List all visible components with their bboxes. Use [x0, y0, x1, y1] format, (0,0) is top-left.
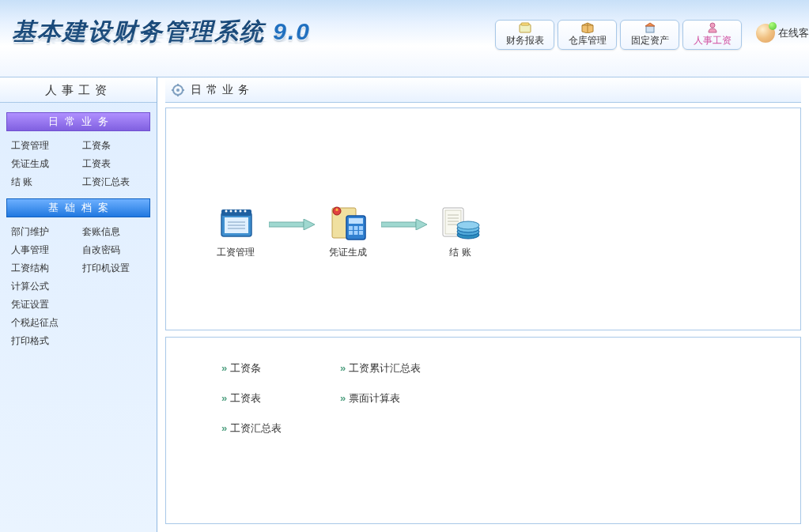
nav-financial-reports[interactable]: 财务报表 — [495, 20, 554, 50]
svg-marker-6 — [645, 23, 655, 26]
arrow-icon — [381, 219, 427, 230]
svg-rect-25 — [269, 222, 304, 227]
sidebar-item-voucher-set[interactable]: 凭证设置 — [11, 298, 79, 311]
sidebar-item-salary-mgmt[interactable]: 工资管理 — [11, 139, 79, 153]
svg-rect-31 — [349, 226, 353, 230]
wf-node-voucher[interactable]: 凭证生成 — [326, 203, 370, 259]
sidebar-item-dept[interactable]: 部门维护 — [11, 225, 79, 239]
svg-point-22 — [235, 210, 237, 213]
sidebar-title: 人事工资 — [0, 77, 157, 103]
workflow: 工资管理 — [214, 203, 482, 259]
main-header: 日常业务 — [165, 77, 801, 103]
wf-label: 工资管理 — [217, 246, 255, 259]
sidebar-item-salary-structure[interactable]: 工资结构 — [11, 262, 79, 275]
svg-rect-33 — [359, 226, 363, 230]
sidebar-item-payslip[interactable]: 工资条 — [82, 139, 150, 153]
report-salary-sheet[interactable]: 工资表 — [221, 391, 332, 406]
sidebar-item-account-info[interactable]: 套账信息 — [82, 225, 150, 239]
svg-rect-32 — [354, 226, 358, 230]
svg-rect-1 — [521, 23, 529, 25]
report-payslip[interactable]: 工资条 — [221, 361, 332, 375]
menu-grid-daily: 工资管理 工资条 凭证生成 工资表 结 账 工资汇总表 — [6, 139, 150, 189]
sidebar-item-summary[interactable]: 工资汇总表 — [82, 175, 150, 189]
report-icon — [519, 22, 531, 33]
online-service[interactable]: 在线客 — [756, 24, 809, 43]
report-summary[interactable]: 工资汇总表 — [221, 421, 332, 436]
svg-point-23 — [240, 210, 242, 213]
svg-rect-5 — [646, 26, 654, 32]
main-title: 日常业务 — [191, 83, 254, 97]
svg-point-20 — [225, 210, 228, 213]
online-label: 在线客 — [778, 26, 809, 40]
sidebar: 人事工资 日常业务 工资管理 工资条 凭证生成 工资表 结 账 工资汇总表 基础… — [0, 77, 157, 532]
workflow-panel: 工资管理 — [165, 108, 801, 330]
sidebar-item-formula[interactable]: 计算公式 — [11, 280, 79, 293]
svg-rect-34 — [349, 231, 353, 235]
sidebar-item-blank1 — [82, 280, 150, 293]
nav-label: 财务报表 — [506, 34, 544, 47]
svg-rect-37 — [381, 222, 416, 227]
ledger-icon — [438, 203, 482, 241]
sidebar-item-change-pw[interactable]: 自改密码 — [82, 243, 150, 257]
sidebar-item-voucher-gen[interactable]: 凭证生成 — [11, 157, 79, 171]
calculator-icon — [326, 203, 370, 241]
wf-node-settle[interactable]: 结 账 — [438, 203, 482, 259]
report-cumulative-summary[interactable]: 工资累计汇总表 — [340, 361, 467, 375]
svg-point-7 — [710, 23, 715, 28]
sidebar-item-hr-mgmt[interactable]: 人事管理 — [11, 243, 79, 257]
box-icon — [581, 22, 594, 33]
nav-label: 固定资产 — [631, 34, 669, 47]
app-root: 基本建设财务管理系统 9.0 基本建设财务管理系统 9.0 财务报表 仓库管理 — [0, 0, 809, 532]
app-body: 人事工资 日常业务 工资管理 工资条 凭证生成 工资表 结 账 工资汇总表 基础… — [0, 77, 809, 532]
nav-fixed-assets[interactable]: 固定资产 — [620, 20, 679, 50]
avatar-icon — [756, 24, 775, 43]
sidebar-section-basic: 基础档案 部门维护 套账信息 人事管理 自改密码 工资结构 打印机设置 计算公式… — [6, 198, 150, 348]
arrow-icon — [269, 219, 315, 230]
sidebar-item-blank4 — [82, 334, 150, 348]
reports-grid: 工资条 工资累计汇总表 工资表 票面计算表 工资汇总表 — [221, 361, 745, 436]
svg-marker-26 — [304, 219, 315, 230]
svg-point-21 — [230, 210, 232, 213]
nav-hr-salary[interactable]: 人事工资 — [682, 20, 742, 50]
svg-point-9 — [176, 89, 180, 92]
nav-warehouse[interactable]: 仓库管理 — [558, 20, 617, 50]
sidebar-section-daily: 日常业务 工资管理 工资条 凭证生成 工资表 结 账 工资汇总表 — [6, 112, 150, 189]
svg-marker-38 — [416, 219, 427, 230]
section-header-daily[interactable]: 日常业务 — [6, 112, 150, 131]
svg-rect-36 — [359, 231, 363, 235]
notebook-icon — [214, 203, 258, 241]
menu-grid-basic: 部门维护 套账信息 人事管理 自改密码 工资结构 打印机设置 计算公式 凭证设置… — [6, 225, 150, 348]
sidebar-item-blank3 — [82, 316, 150, 330]
section-header-basic[interactable]: 基础档案 — [6, 198, 150, 217]
report-denomination[interactable]: 票面计算表 — [340, 391, 467, 406]
wf-label: 结 账 — [449, 246, 471, 259]
gear-icon — [172, 84, 184, 96]
wf-node-salary[interactable]: 工资管理 — [214, 203, 258, 259]
nav-label: 人事工资 — [694, 34, 732, 47]
wf-label: 凭证生成 — [329, 246, 367, 259]
app-header: 基本建设财务管理系统 9.0 基本建设财务管理系统 9.0 财务报表 仓库管理 — [0, 0, 809, 77]
reports-panel: 工资条 工资累计汇总表 工资表 票面计算表 工资汇总表 — [165, 337, 801, 524]
building-icon — [644, 22, 656, 33]
main-content: 日常业务 — [157, 77, 809, 532]
svg-point-48 — [457, 221, 479, 229]
sidebar-item-salary-sheet[interactable]: 工资表 — [82, 157, 150, 171]
title-reflection: 基本建设财务管理系统 9.0 — [12, 30, 311, 47]
sidebar-item-settle[interactable]: 结 账 — [11, 175, 79, 189]
sidebar-item-tax-threshold[interactable]: 个税起征点 — [11, 316, 79, 330]
sidebar-item-blank2 — [82, 298, 150, 311]
person-icon — [706, 22, 719, 33]
sidebar-item-print-format[interactable]: 打印格式 — [11, 334, 79, 348]
top-nav: 财务报表 仓库管理 固定资产 人事工资 — [495, 20, 742, 50]
sidebar-item-printer[interactable]: 打印机设置 — [82, 262, 150, 275]
nav-label: 仓库管理 — [569, 34, 607, 47]
svg-rect-35 — [354, 231, 358, 235]
svg-rect-30 — [349, 218, 363, 224]
svg-point-24 — [244, 210, 247, 213]
